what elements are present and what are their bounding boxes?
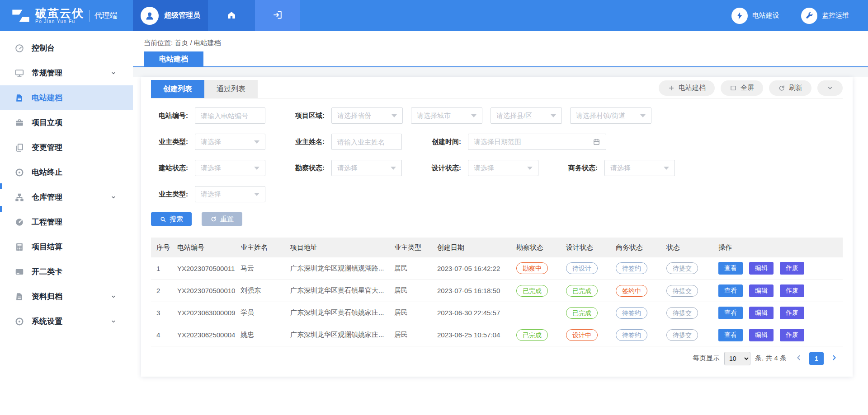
void-row-button[interactable]: 作废 <box>780 284 804 297</box>
column-header: 状态 <box>661 238 713 257</box>
next-page-button[interactable] <box>830 354 838 363</box>
void-row-button[interactable]: 作废 <box>780 307 804 319</box>
sidebar-item-label: 项目立项 <box>32 117 62 128</box>
status-pill: 已完成 <box>516 329 548 341</box>
filter-label: 创建时间: <box>424 138 461 146</box>
logout-button[interactable] <box>255 0 300 31</box>
owner-type-select[interactable]: 请选择 <box>195 134 265 150</box>
select-placeholder: 请选择 <box>201 138 221 146</box>
table-row: 3YX2023063000009学员广东深圳龙华区黄石镇姚家庄...居民2023… <box>151 302 843 324</box>
sidebar-item-warehouse-management[interactable]: 仓库管理 <box>0 185 133 210</box>
edit-row-button[interactable]: 编辑 <box>749 329 774 341</box>
sidebar-item-project-settlement[interactable]: 项目结算 <box>0 234 133 259</box>
cell-actions: 查看编辑作废 <box>713 280 843 302</box>
filter-group: 业主类型:请选择 <box>151 186 265 202</box>
caret-down-icon <box>471 114 476 117</box>
cell-code: YX2023070500010 <box>172 280 235 302</box>
sidebar-item-station-termination[interactable]: 电站终止 <box>0 160 133 185</box>
sidebar-item-type2-card[interactable]: 开二类卡 <box>0 259 133 284</box>
sidebar-item-engineering-management[interactable]: 工程管理 <box>0 210 133 234</box>
cell-address: 广东深圳龙华区黄石镇星官大... <box>285 280 389 302</box>
owner-type-select-2[interactable]: 请选择 <box>195 186 265 202</box>
province-select[interactable]: 请选择省份 <box>331 107 403 124</box>
chevron-down-icon <box>110 318 120 325</box>
status-pill: 勘察中 <box>516 262 548 274</box>
cell-survey-status: 勘察中 <box>511 257 561 280</box>
view-row-button[interactable]: 查看 <box>718 307 743 319</box>
survey-status-select[interactable]: 请选择 <box>331 160 402 176</box>
sidebar-item-label: 资料归档 <box>32 291 62 302</box>
toolbar-add-station-button[interactable]: 电站建档 <box>659 80 715 96</box>
toolbar-fullscreen-button[interactable]: 全屏 <box>721 80 763 96</box>
cell-index: 4 <box>151 324 172 346</box>
plus-icon <box>668 84 675 92</box>
breadcrumb-prefix: 当前位置: <box>144 39 173 47</box>
sidebar-item-system-settings[interactable]: 系统设置 <box>0 309 133 334</box>
search-button[interactable]: 搜索 <box>151 212 192 226</box>
list-tabs-row: 创建列表通过列表 电站建档全屏刷新 <box>151 80 843 98</box>
brand-title: 破茧云伏 <box>35 7 84 19</box>
station-code-input[interactable] <box>195 107 265 124</box>
brand-text: 破茧云伏 Po Jian Yun Fu <box>35 7 84 24</box>
daterange-placeholder: 请选择日期范围 <box>474 138 521 146</box>
sidebar-item-project-initiation[interactable]: 项目立项 <box>0 110 133 135</box>
content-top-strip <box>133 67 868 77</box>
void-row-button[interactable]: 作废 <box>780 329 804 341</box>
filter-label: 业主类型: <box>151 138 188 146</box>
cell-design-status: 设计中 <box>561 324 610 346</box>
sidebar-item-change-management[interactable]: 变更管理 <box>0 135 133 160</box>
status-pill: 待提交 <box>666 285 698 297</box>
town-select[interactable]: 请选择村镇/街道 <box>570 107 651 124</box>
edit-row-button[interactable]: 编辑 <box>749 284 774 297</box>
calendar-icon <box>593 138 600 146</box>
tab-create-list[interactable]: 创建列表 <box>151 80 204 98</box>
cell-business-status: 待签约 <box>610 302 661 324</box>
cell-business-status: 待签约 <box>610 257 661 280</box>
view-row-button[interactable]: 查看 <box>718 262 743 275</box>
filter-group: 业主类型:请选择 <box>151 134 265 150</box>
toolbar-collapse-button[interactable] <box>817 80 843 96</box>
user-menu[interactable]: 超级管理员 <box>133 0 208 31</box>
home-button[interactable] <box>208 0 255 31</box>
prev-page-button[interactable] <box>795 354 803 363</box>
page-1-button[interactable]: 1 <box>809 352 824 365</box>
cell-actions: 查看编辑作废 <box>713 257 843 280</box>
breadcrumb-home-link[interactable]: 首页 <box>175 39 188 47</box>
tab-passed-list[interactable]: 通过列表 <box>204 80 258 98</box>
sidebar-item-general-management[interactable]: 常规管理 <box>0 61 133 85</box>
sidebar-item-console[interactable]: 控制台 <box>0 36 133 61</box>
status-pill: 已完成 <box>516 285 548 297</box>
edit-row-button[interactable]: 编辑 <box>749 307 774 319</box>
toolbar-refresh-button[interactable]: 刷新 <box>769 80 811 96</box>
quick-link-monitoring-ops[interactable]: 监控运维 <box>801 8 849 24</box>
filter-group: 商务状态:请选择 <box>561 160 675 176</box>
void-row-button[interactable]: 作废 <box>780 262 804 275</box>
chevron-down-icon <box>826 84 834 92</box>
build-status-select[interactable]: 请选择 <box>195 160 265 176</box>
view-row-button[interactable]: 查看 <box>718 284 743 297</box>
city-select[interactable]: 请选择城市 <box>411 107 482 124</box>
page-tab-station-filing[interactable]: 电站建档 <box>144 51 203 66</box>
sidebar-menu: 控制台常规管理电站建档项目立项变更管理电站终止仓库管理工程管理项目结算开二类卡资… <box>0 36 133 334</box>
business-status-select[interactable]: 请选择 <box>604 160 675 176</box>
sidebar-item-data-archive[interactable]: 资料归档 <box>0 284 133 309</box>
view-row-button[interactable]: 查看 <box>718 329 743 341</box>
quick-link-station-construction[interactable]: 电站建设 <box>731 8 779 24</box>
county-select[interactable]: 请选择县/区 <box>491 107 562 124</box>
gauge-icon <box>14 217 24 227</box>
design-status-select[interactable]: 请选择 <box>468 160 538 176</box>
cell-index: 2 <box>151 280 172 302</box>
create-time-range[interactable]: 请选择日期范围 <box>468 134 606 150</box>
reset-button[interactable]: 重置 <box>202 212 242 226</box>
fullscreen-icon <box>730 84 737 92</box>
page-size-select[interactable]: 10 <box>724 352 750 365</box>
sidebar-item-station-filing[interactable]: 电站建档 <box>0 85 133 110</box>
cell-status-status: 待提交 <box>661 257 713 280</box>
card-toolbar: 电站建档全屏刷新 <box>653 80 843 96</box>
edit-row-button[interactable]: 编辑 <box>749 262 774 275</box>
owner-name-input[interactable] <box>331 134 402 150</box>
reset-icon <box>210 216 217 223</box>
filter-label: 电站编号: <box>151 112 188 120</box>
brand-divider <box>90 10 90 22</box>
table-row: 4YX2023062500004姚忠广东深圳龙华区观澜镇姚家庄...居民2023… <box>151 324 843 346</box>
